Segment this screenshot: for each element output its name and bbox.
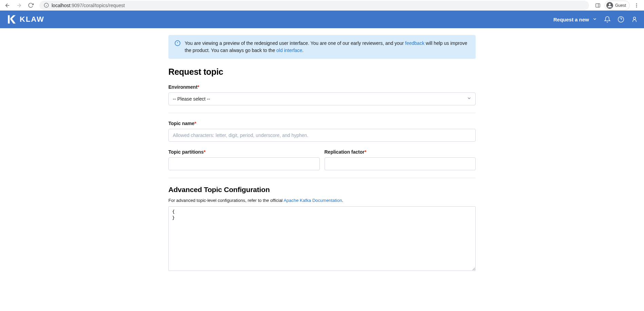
page-title: Request topic [168, 67, 476, 77]
replication-factor-field: Replication factor* [325, 149, 476, 170]
user-icon[interactable] [631, 16, 638, 23]
topic-name-label: Topic name* [168, 121, 476, 126]
help-icon[interactable] [618, 16, 624, 23]
required-marker: * [198, 84, 199, 90]
browser-panel-icon[interactable] [593, 1, 603, 10]
replication-factor-label: Replication factor* [325, 149, 476, 155]
topic-name-field: Topic name* [168, 121, 476, 142]
required-marker: * [365, 149, 366, 155]
feedback-link[interactable]: feedback [405, 40, 424, 46]
browser-menu-icon[interactable] [632, 1, 641, 10]
browser-forward-button[interactable] [14, 1, 24, 10]
browser-right-controls: Guest [593, 1, 641, 10]
divider [168, 113, 476, 113]
replication-factor-input[interactable] [325, 157, 476, 170]
partitions-replication-row: Topic partitions* Replication factor* [168, 149, 476, 170]
guest-avatar-icon [606, 2, 613, 9]
site-info-icon[interactable] [43, 3, 49, 8]
browser-reload-button[interactable] [26, 1, 35, 10]
advanced-config-description: For advanced topic-level configurations,… [168, 198, 476, 203]
svg-point-8 [618, 17, 624, 22]
header-right: Request a new [553, 16, 638, 23]
required-marker: * [204, 149, 205, 155]
request-new-dropdown[interactable]: Request a new [553, 17, 597, 22]
environment-label: Environment* [168, 84, 476, 90]
browser-back-button[interactable] [3, 1, 12, 10]
svg-rect-3 [596, 3, 600, 7]
environment-field: Environment* -- Please select -- [168, 84, 476, 105]
notifications-icon[interactable] [604, 16, 611, 23]
topic-partitions-label: Topic partitions* [168, 149, 320, 155]
topic-partitions-field: Topic partitions* [168, 149, 320, 170]
banner-text: You are viewing a preview of the redesig… [185, 40, 470, 54]
divider [168, 178, 476, 178]
request-new-label: Request a new [553, 17, 589, 22]
app-header: KLAW Request a new [0, 11, 644, 28]
chevron-down-icon [592, 17, 597, 22]
svg-point-5 [636, 3, 637, 4]
browser-url: localhost:9097/coral/topics/request [52, 3, 125, 8]
info-icon [174, 40, 181, 46]
main-content: You are viewing a preview of the redesig… [168, 28, 476, 272]
environment-select[interactable]: -- Please select -- [168, 92, 476, 105]
brand-name: KLAW [20, 15, 44, 24]
topic-partitions-input[interactable] [168, 157, 320, 170]
svg-point-6 [636, 5, 637, 6]
advanced-config-textarea[interactable] [168, 206, 476, 271]
brand[interactable]: KLAW [6, 15, 44, 24]
preview-info-banner: You are viewing a preview of the redesig… [168, 35, 476, 59]
browser-chrome: localhost:9097/coral/topics/request Gues… [0, 0, 644, 11]
guest-label: Guest [615, 3, 626, 8]
old-interface-link[interactable]: old interface [276, 48, 302, 53]
advanced-config-title: Advanced Topic Configuration [168, 186, 476, 194]
required-marker: * [195, 121, 196, 126]
brand-logo-icon [6, 15, 16, 24]
svg-point-7 [636, 6, 637, 7]
browser-address-bar[interactable]: localhost:9097/coral/topics/request [39, 1, 589, 10]
topic-name-input[interactable] [168, 129, 476, 142]
browser-profile-chip[interactable]: Guest [605, 1, 630, 10]
kafka-docs-link[interactable]: Apache Kafka Documentation [283, 198, 342, 203]
svg-point-10 [633, 17, 636, 19]
